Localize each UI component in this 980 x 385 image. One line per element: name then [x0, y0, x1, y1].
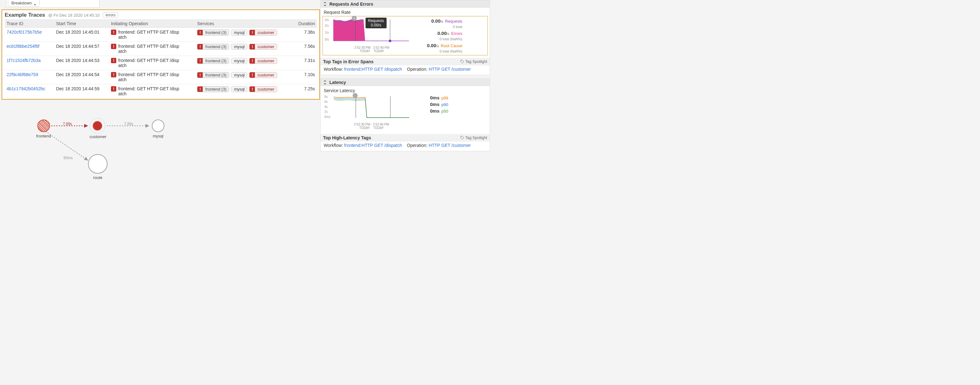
latency-header[interactable]: Latency: [321, 78, 490, 86]
close-marker-icon[interactable]: ×: [352, 16, 357, 21]
service-chip-frontend[interactable]: !frontend (3): [197, 44, 229, 50]
service-chip-mysql[interactable]: mysql: [231, 72, 247, 78]
service-latency-chart[interactable]: 8s 6s 4s 2s 0ms 2:52:30 PM - 2:52:40 PM …: [325, 95, 409, 129]
operation-label: Operation:: [407, 143, 428, 148]
service-chip-frontend[interactable]: !frontend (3): [197, 86, 229, 92]
ytick: 2/s: [325, 24, 329, 27]
errors-name[interactable]: Errors: [451, 31, 462, 36]
error-icon: !: [111, 86, 116, 91]
xtick-sub: TODAY: [373, 50, 384, 53]
mysql-label: mysql: [152, 134, 164, 138]
service-chip-customer[interactable]: !customer: [249, 58, 277, 64]
tag-icon: [460, 60, 464, 64]
service-map[interactable]: frontend customer mysql route 7.89s 7.89…: [17, 120, 187, 189]
xticks: 2:52:30 PM - 2:52:40 PM TODAY TODAY: [334, 46, 410, 53]
tags-title: Top Tags in Error Spans: [323, 59, 374, 64]
col-initiating-op[interactable]: Initiating Operation: [109, 20, 195, 28]
table-row: ec81f8bbe254f6fDec 18 2020 14:44:57!fron…: [5, 42, 317, 56]
service-chip-customer[interactable]: !customer: [249, 72, 277, 78]
duration: 7.56s: [293, 42, 317, 56]
trace-id-link[interactable]: 1f7c1524fb72b3a: [6, 58, 41, 63]
service-chip-frontend[interactable]: !frontend (3): [197, 58, 229, 64]
requests-errors-header[interactable]: Requests And Errors: [321, 0, 490, 8]
service-node-route[interactable]: route: [88, 154, 108, 180]
operation-text: frontend: GET HTTP GET /dispatch: [118, 86, 181, 96]
service-chip-mysql[interactable]: mysql: [231, 44, 247, 50]
service-chip-mysql[interactable]: mysql: [231, 30, 247, 35]
root-sub: 0 total (NaN%): [415, 50, 462, 53]
error-icon: !: [111, 58, 116, 63]
col-duration[interactable]: Duration: [293, 20, 317, 28]
requests-sub: 0 total: [415, 25, 462, 29]
error-icon: !: [250, 58, 255, 64]
root-name[interactable]: Root Cause: [441, 43, 462, 48]
duration: 7.36s: [293, 28, 317, 42]
traces-header: Example Traces @ Fri Dec 18 2020 14:45:1…: [5, 12, 317, 18]
duration: 7.25s: [293, 84, 317, 99]
service-node-frontend[interactable]: frontend: [36, 120, 51, 138]
start-time: Dec 18 2020 14:44:54: [54, 70, 109, 84]
service-node-mysql[interactable]: mysql: [152, 120, 164, 138]
latency-title: Latency: [329, 80, 346, 85]
p99-name[interactable]: p99: [441, 96, 448, 100]
col-services[interactable]: Services: [195, 20, 293, 28]
xtick-sub: TODAY: [359, 126, 370, 129]
requests-unit: /s: [441, 19, 444, 23]
tag-spotlight-link[interactable]: Tag Spotlight: [460, 59, 487, 64]
col-start-time[interactable]: Start Time: [54, 20, 109, 28]
p50-name[interactable]: p50: [441, 109, 448, 113]
error-icon: !: [250, 44, 255, 50]
ytick: 0/s: [325, 38, 329, 41]
service-chip-frontend[interactable]: !frontend (3): [197, 30, 229, 35]
service-chip-customer[interactable]: !customer: [249, 44, 277, 50]
workflow-link[interactable]: frontend:HTTP GET /dispatch: [344, 143, 402, 148]
root-unit: /s: [436, 44, 439, 48]
error-icon: !: [111, 44, 116, 49]
tag-spotlight-link[interactable]: Tag Spotlight: [460, 136, 487, 140]
service-chip-customer[interactable]: !customer: [249, 86, 277, 92]
requests-errors-panel: Requests And Errors Request Rate 3/s 2/s…: [320, 0, 490, 75]
trace-id-link[interactable]: ec81f8bbe254f6f: [6, 44, 39, 49]
requests-name[interactable]: Requests: [445, 19, 462, 24]
tooltip-title: Requests: [368, 19, 384, 23]
service-chip-mysql[interactable]: mysql: [231, 58, 247, 64]
chip-label: mysql: [231, 72, 247, 78]
request-rate-chart[interactable]: 3/s 2/s 1/s 0/s × Requests 0.00/s 2:52:3…: [325, 18, 410, 53]
service-chip-mysql[interactable]: mysql: [231, 86, 247, 92]
trace-id-link[interactable]: 4b1c17942b0452bc: [6, 86, 45, 91]
service-chip-frontend[interactable]: !frontend (3): [197, 72, 229, 78]
errors-val: 0.00: [438, 30, 447, 36]
traces-table: Trace ID Start Time Initiating Operation…: [5, 19, 317, 99]
frontend-icon: [37, 120, 50, 132]
table-row: 22f9c4bf68e759Dec 18 2020 14:44:54!front…: [5, 70, 317, 84]
breakdown-dropdown[interactable]: Breakdown: [8, 0, 40, 6]
trace-id-link[interactable]: 22f9c4bf68e759: [6, 72, 38, 77]
svg-point-5: [389, 40, 391, 42]
trace-id-link[interactable]: 7420cf0175b7b5e: [6, 30, 42, 35]
request-rate-box: 3/s 2/s 1/s 0/s × Requests 0.00/s 2:52:3…: [323, 16, 488, 55]
ytick: 3/s: [325, 18, 329, 22]
col-trace-id[interactable]: Trace ID: [5, 20, 54, 28]
xtick-right: 2:52:40 PM: [373, 123, 389, 126]
example-traces-panel: Example Traces @ Fri Dec 18 2020 14:45:1…: [2, 10, 320, 100]
operation-link[interactable]: HTTP GET /customer: [429, 143, 471, 148]
workflow-link[interactable]: frontend:HTTP GET /dispatch: [344, 67, 402, 72]
chip-label: frontend (3): [203, 72, 229, 78]
chart-tooltip: Requests 0.00/s: [366, 18, 387, 28]
operation-label: Operation:: [407, 67, 428, 72]
p90-name[interactable]: p90: [441, 102, 448, 107]
breakdown-label: Breakdown: [11, 1, 32, 5]
table-row: 4b1c17942b0452bcDec 18 2020 14:44:59!fro…: [5, 84, 317, 99]
edge-label-2: 7.89s: [124, 122, 133, 126]
errors-filter-pill[interactable]: errors: [103, 12, 118, 18]
frontend-label: frontend: [36, 134, 51, 138]
requests-val: 0.00: [431, 18, 440, 24]
service-node-customer[interactable]: customer: [89, 118, 106, 139]
table-row: 1f7c1524fb72b3aDec 18 2020 14:44:53!fron…: [5, 56, 317, 70]
collapse-icon: [323, 80, 327, 85]
operation-link[interactable]: HTTP GET /customer: [429, 67, 471, 72]
chip-label: customer: [255, 30, 277, 35]
operation-text: frontend: GET HTTP GET /dispatch: [118, 58, 181, 68]
start-time: Dec 18 2020 14:44:53: [54, 56, 109, 70]
service-chip-customer[interactable]: !customer: [249, 30, 277, 35]
